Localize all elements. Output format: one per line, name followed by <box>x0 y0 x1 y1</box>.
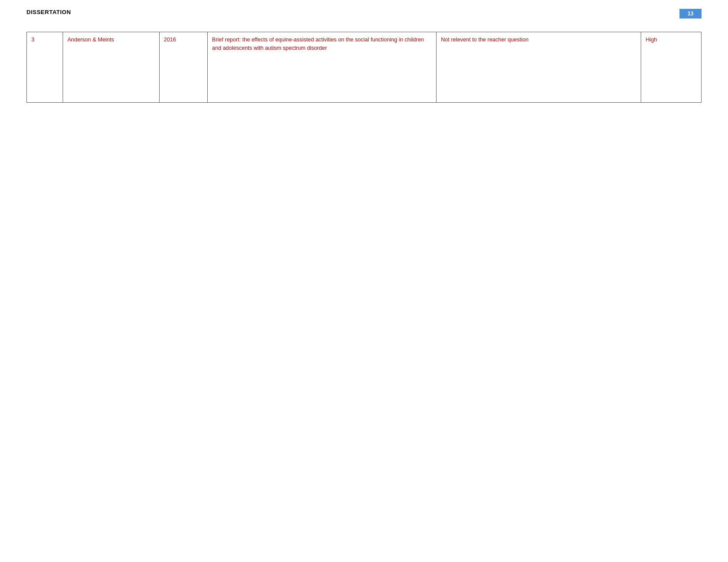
row-relevance: Not relevent to the reacher question <box>436 32 641 103</box>
table-row: 3 Anderson & Meints 2016 Brief report: t… <box>27 32 702 103</box>
row-number: 3 <box>27 32 63 103</box>
row-year: 2016 <box>159 32 207 103</box>
row-title: Brief report: the effects of equine-assi… <box>207 32 436 103</box>
dissertation-label: DISSERTATION <box>26 9 71 15</box>
row-quality: High <box>641 32 702 103</box>
reference-table: 3 Anderson & Meints 2016 Brief report: t… <box>26 32 702 103</box>
row-author: Anderson & Meints <box>63 32 159 103</box>
table-container: 3 Anderson & Meints 2016 Brief report: t… <box>26 32 702 103</box>
page-header: DISSERTATION 13 <box>0 0 728 23</box>
page-number-badge: 13 <box>679 9 702 19</box>
